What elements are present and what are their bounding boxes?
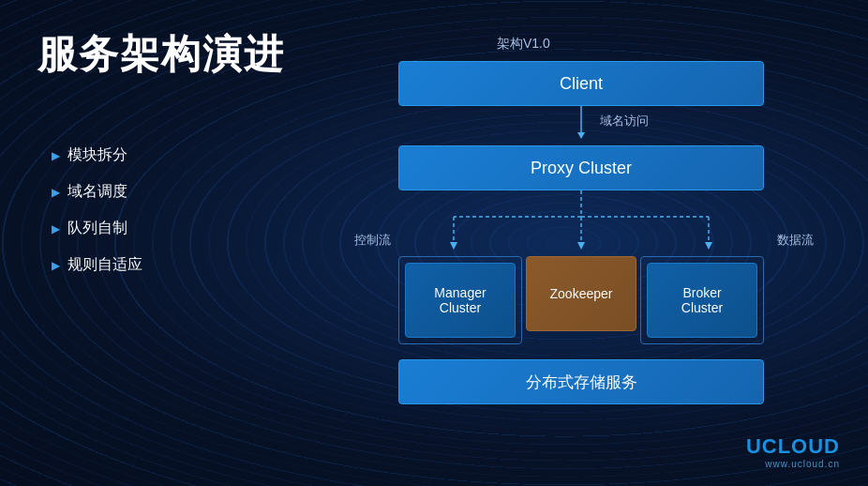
svg-marker-1 [577,132,585,139]
ucloud-logo: UCLOUD www.ucloud.cn [746,434,840,469]
client-label: Client [560,74,603,94]
svg-marker-11 [577,242,585,250]
svg-marker-9 [705,242,712,250]
bullet-label: 模块拆分 [67,145,127,165]
main-content: 服务架构演进 架构V1.0 ▶ 模块拆分 ▶ 域名调度 ▶ 队列自制 ▶ 规则自… [0,0,868,486]
connector-svg: 域名访问 [398,106,764,145]
feature-list: ▶ 模块拆分 ▶ 域名调度 ▶ 队列自制 ▶ 规则自适应 [52,145,142,275]
mid-boxes-row: Manager Cluster Zookeeper Broker Cluster [398,256,764,344]
manager-box-outer: Manager Cluster [398,256,522,344]
ucloud-logo-text: UCLOUD [746,434,840,459]
bullet-label: 队列自制 [67,219,127,238]
bullet-label: 规则自适应 [67,255,142,275]
proxy-row: Proxy Cluster [337,145,825,190]
bullet-arrow-icon: ▶ [52,222,60,235]
list-item: ▶ 队列自制 [52,219,142,238]
bullet-arrow-icon: ▶ [52,186,60,199]
zookeeper-box: Zookeeper [526,256,636,331]
bullet-label: 域名调度 [67,182,127,202]
proxy-label: Proxy Cluster [531,159,632,178]
list-item: ▶ 规则自适应 [52,255,142,275]
client-to-proxy-connector: 域名访问 [337,106,825,145]
zookeeper-label: Zookeeper [550,286,613,301]
spacer [337,344,825,359]
broker-label: Broker Cluster [681,285,723,315]
broker-box-outer: Broker Cluster [640,256,764,344]
storage-row: 分布式存储服务 [337,359,825,404]
svg-text:域名访问: 域名访问 [599,114,649,128]
bullet-arrow-icon: ▶ [52,259,60,272]
control-flow-label: 控制流 [354,232,391,249]
client-box: Client [398,61,764,106]
manager-label: Manager Cluster [434,285,486,315]
proxy-cluster-box: Proxy Cluster [398,145,764,190]
ucloud-sub-text: www.ucloud.cn [765,459,840,469]
data-flow-label: 数据流 [777,232,814,249]
broker-cluster-box: Broker Cluster [647,263,757,338]
client-row: Client [337,61,825,106]
diagram-inner: Client 域名访问 Proxy Cluster [337,61,825,404]
fork-arrows-svg [398,190,764,256]
storage-box: 分布式存储服务 [398,359,764,404]
list-item: ▶ 模块拆分 [52,145,142,165]
svg-marker-6 [450,242,457,250]
manager-cluster-box: Manager Cluster [405,263,516,338]
bullet-arrow-icon: ▶ [52,149,60,162]
arch-version-label: 架构V1.0 [497,36,550,53]
storage-label: 分布式存储服务 [526,372,637,393]
list-item: ▶ 域名调度 [52,182,142,202]
architecture-diagram: Client 域名访问 Proxy Cluster [337,61,825,404]
proxy-to-mid-connector: 控制流 数据流 [337,190,825,256]
